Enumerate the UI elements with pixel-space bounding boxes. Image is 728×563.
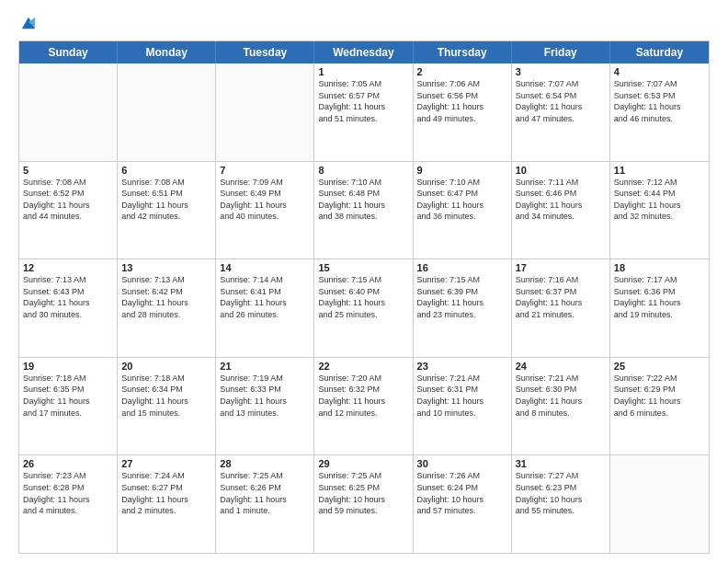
- day-info: Sunrise: 7:20 AM Sunset: 6:32 PM Dayligh…: [318, 373, 408, 419]
- day-info: Sunrise: 7:15 AM Sunset: 6:39 PM Dayligh…: [417, 274, 507, 320]
- cal-cell: [610, 455, 709, 553]
- day-number: 29: [318, 458, 408, 469]
- day-number: 17: [516, 262, 606, 273]
- day-number: 18: [614, 262, 705, 273]
- day-info: Sunrise: 7:18 AM Sunset: 6:35 PM Dayligh…: [23, 373, 113, 419]
- day-info: Sunrise: 7:22 AM Sunset: 6:29 PM Dayligh…: [614, 373, 705, 419]
- cal-cell: 8Sunrise: 7:10 AM Sunset: 6:48 PM Daylig…: [314, 162, 413, 259]
- day-info: Sunrise: 7:14 AM Sunset: 6:41 PM Dayligh…: [220, 274, 310, 320]
- day-number: 15: [318, 262, 408, 273]
- day-number: 12: [23, 262, 113, 273]
- day-number: 27: [121, 458, 211, 469]
- day-number: 10: [516, 165, 606, 176]
- day-info: Sunrise: 7:27 AM Sunset: 6:23 PM Dayligh…: [516, 470, 606, 516]
- day-info: Sunrise: 7:10 AM Sunset: 6:47 PM Dayligh…: [417, 177, 507, 223]
- day-number: 26: [23, 458, 113, 469]
- cal-cell: 16Sunrise: 7:15 AM Sunset: 6:39 PM Dayli…: [414, 259, 512, 357]
- day-info: Sunrise: 7:06 AM Sunset: 6:56 PM Dayligh…: [417, 78, 507, 124]
- cal-cell: 27Sunrise: 7:24 AM Sunset: 6:27 PM Dayli…: [118, 455, 216, 553]
- cal-cell: 20Sunrise: 7:18 AM Sunset: 6:34 PM Dayli…: [118, 358, 216, 455]
- cal-cell: 23Sunrise: 7:21 AM Sunset: 6:31 PM Dayli…: [414, 358, 512, 455]
- day-info: Sunrise: 7:18 AM Sunset: 6:34 PM Dayligh…: [121, 373, 211, 419]
- day-info: Sunrise: 7:07 AM Sunset: 6:53 PM Dayligh…: [614, 78, 705, 124]
- day-number: 13: [121, 262, 211, 273]
- calendar-page: SundayMondayTuesdayWednesdayThursdayFrid…: [0, 0, 728, 563]
- cal-cell: [216, 63, 314, 161]
- header-day-monday: Monday: [118, 41, 216, 63]
- logo: [18, 15, 37, 31]
- day-number: 22: [318, 361, 408, 372]
- cal-cell: 19Sunrise: 7:18 AM Sunset: 6:35 PM Dayli…: [19, 358, 118, 455]
- cal-cell: 2Sunrise: 7:06 AM Sunset: 6:56 PM Daylig…: [414, 63, 512, 161]
- day-number: 28: [220, 458, 310, 469]
- week-row-4: 19Sunrise: 7:18 AM Sunset: 6:35 PM Dayli…: [19, 358, 709, 456]
- day-number: 24: [516, 361, 606, 372]
- header-day-friday: Friday: [512, 41, 610, 63]
- day-number: 6: [121, 165, 211, 176]
- day-number: 1: [318, 66, 408, 77]
- day-number: 16: [417, 262, 507, 273]
- day-number: 25: [614, 361, 705, 372]
- cal-cell: 14Sunrise: 7:14 AM Sunset: 6:41 PM Dayli…: [216, 259, 314, 357]
- day-info: Sunrise: 7:25 AM Sunset: 6:25 PM Dayligh…: [318, 470, 408, 516]
- cal-cell: 28Sunrise: 7:25 AM Sunset: 6:26 PM Dayli…: [216, 455, 314, 553]
- day-info: Sunrise: 7:07 AM Sunset: 6:54 PM Dayligh…: [516, 78, 606, 124]
- day-info: Sunrise: 7:21 AM Sunset: 6:31 PM Dayligh…: [417, 373, 507, 419]
- day-number: 3: [516, 66, 606, 77]
- cal-cell: 31Sunrise: 7:27 AM Sunset: 6:23 PM Dayli…: [512, 455, 610, 553]
- cal-cell: 24Sunrise: 7:21 AM Sunset: 6:30 PM Dayli…: [512, 358, 610, 455]
- day-number: 19: [23, 361, 113, 372]
- day-number: 8: [318, 165, 408, 176]
- week-row-5: 26Sunrise: 7:23 AM Sunset: 6:28 PM Dayli…: [19, 455, 709, 553]
- day-info: Sunrise: 7:19 AM Sunset: 6:33 PM Dayligh…: [220, 373, 310, 419]
- cal-cell: 21Sunrise: 7:19 AM Sunset: 6:33 PM Dayli…: [216, 358, 314, 455]
- day-number: 30: [417, 458, 507, 469]
- header-day-sunday: Sunday: [19, 41, 118, 63]
- header-day-wednesday: Wednesday: [314, 41, 413, 63]
- cal-cell: 18Sunrise: 7:17 AM Sunset: 6:36 PM Dayli…: [610, 259, 709, 357]
- cal-cell: [118, 63, 216, 161]
- day-info: Sunrise: 7:25 AM Sunset: 6:26 PM Dayligh…: [220, 470, 310, 516]
- day-info: Sunrise: 7:09 AM Sunset: 6:49 PM Dayligh…: [220, 177, 310, 223]
- cal-cell: 6Sunrise: 7:08 AM Sunset: 6:51 PM Daylig…: [118, 162, 216, 259]
- cal-cell: 30Sunrise: 7:26 AM Sunset: 6:24 PM Dayli…: [414, 455, 512, 553]
- day-info: Sunrise: 7:21 AM Sunset: 6:30 PM Dayligh…: [516, 373, 606, 419]
- day-number: 14: [220, 262, 310, 273]
- day-number: 4: [614, 66, 705, 77]
- cal-cell: 12Sunrise: 7:13 AM Sunset: 6:43 PM Dayli…: [19, 259, 118, 357]
- day-info: Sunrise: 7:13 AM Sunset: 6:42 PM Dayligh…: [121, 274, 211, 320]
- day-number: 23: [417, 361, 507, 372]
- cal-cell: 25Sunrise: 7:22 AM Sunset: 6:29 PM Dayli…: [610, 358, 709, 455]
- calendar-body: 1Sunrise: 7:05 AM Sunset: 6:57 PM Daylig…: [19, 63, 709, 553]
- day-info: Sunrise: 7:16 AM Sunset: 6:37 PM Dayligh…: [516, 274, 606, 320]
- cal-cell: 22Sunrise: 7:20 AM Sunset: 6:32 PM Dayli…: [314, 358, 413, 455]
- cal-cell: 10Sunrise: 7:11 AM Sunset: 6:46 PM Dayli…: [512, 162, 610, 259]
- cal-cell: 11Sunrise: 7:12 AM Sunset: 6:44 PM Dayli…: [610, 162, 709, 259]
- day-number: 11: [614, 165, 705, 176]
- day-number: 20: [121, 361, 211, 372]
- cal-cell: 3Sunrise: 7:07 AM Sunset: 6:54 PM Daylig…: [512, 63, 610, 161]
- header: [18, 15, 710, 31]
- day-info: Sunrise: 7:05 AM Sunset: 6:57 PM Dayligh…: [318, 78, 408, 124]
- cal-cell: 17Sunrise: 7:16 AM Sunset: 6:37 PM Dayli…: [512, 259, 610, 357]
- day-info: Sunrise: 7:26 AM Sunset: 6:24 PM Dayligh…: [417, 470, 507, 516]
- day-info: Sunrise: 7:11 AM Sunset: 6:46 PM Dayligh…: [516, 177, 606, 223]
- cal-cell: 29Sunrise: 7:25 AM Sunset: 6:25 PM Dayli…: [314, 455, 413, 553]
- day-info: Sunrise: 7:15 AM Sunset: 6:40 PM Dayligh…: [318, 274, 408, 320]
- header-day-saturday: Saturday: [610, 41, 709, 63]
- day-info: Sunrise: 7:12 AM Sunset: 6:44 PM Dayligh…: [614, 177, 705, 223]
- calendar-header: SundayMondayTuesdayWednesdayThursdayFrid…: [19, 41, 709, 63]
- header-day-thursday: Thursday: [414, 41, 512, 63]
- day-number: 21: [220, 361, 310, 372]
- cal-cell: 4Sunrise: 7:07 AM Sunset: 6:53 PM Daylig…: [610, 63, 709, 161]
- day-number: 7: [220, 165, 310, 176]
- week-row-3: 12Sunrise: 7:13 AM Sunset: 6:43 PM Dayli…: [19, 259, 709, 358]
- cal-cell: 7Sunrise: 7:09 AM Sunset: 6:49 PM Daylig…: [216, 162, 314, 259]
- cal-cell: [19, 63, 118, 161]
- day-info: Sunrise: 7:10 AM Sunset: 6:48 PM Dayligh…: [318, 177, 408, 223]
- cal-cell: 13Sunrise: 7:13 AM Sunset: 6:42 PM Dayli…: [118, 259, 216, 357]
- week-row-2: 5Sunrise: 7:08 AM Sunset: 6:52 PM Daylig…: [19, 162, 709, 260]
- day-info: Sunrise: 7:08 AM Sunset: 6:52 PM Dayligh…: [23, 177, 113, 223]
- cal-cell: 1Sunrise: 7:05 AM Sunset: 6:57 PM Daylig…: [314, 63, 413, 161]
- cal-cell: 15Sunrise: 7:15 AM Sunset: 6:40 PM Dayli…: [314, 259, 413, 357]
